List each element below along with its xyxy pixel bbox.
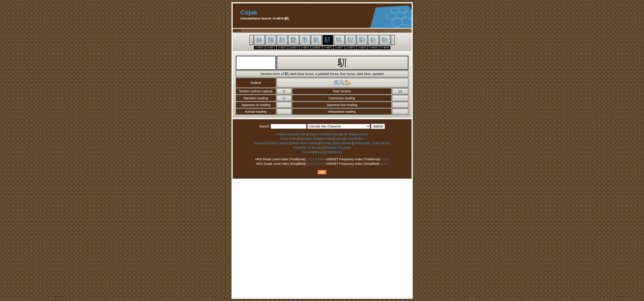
nav-prev-button[interactable]: ← — [250, 35, 254, 45]
total-strokes-label: Total Strokes — [292, 88, 392, 94]
main-character: 䭶 — [276, 56, 408, 70]
index-row-trad: HKS Grade Level Index (Traditional): 1 2… — [237, 157, 407, 162]
footer-link[interactable]: Preferences — [325, 150, 342, 154]
search-input[interactable] — [271, 124, 306, 129]
index-link[interactable]: 5 — [318, 162, 320, 166]
code-strip: 4B76 — [233, 28, 412, 33]
footer: Search: Unicode Hex Character Submit Uni… — [233, 119, 412, 179]
footer-link[interactable]: Female Given Names — [321, 141, 351, 145]
index-link[interactable]: 1 — [307, 158, 309, 161]
nav-code-label: U+4B72 — [277, 46, 288, 50]
index-link[interactable]: 4 — [315, 162, 317, 166]
mandarin-reading-label: Mandarin reading — [236, 95, 276, 101]
character-nav-strip: ← 䭰䭱䭲䭳䭴䭵䭶䭷䭸䭹䭺䭻 → U+4B70U+4B71U+4B72U+4B7… — [233, 33, 412, 51]
footer-link[interactable]: Unihan Radical Chart — [276, 132, 306, 136]
japanese-on-reading-value — [276, 102, 292, 108]
nav-char-U+4B74[interactable]: 䭴 — [300, 35, 310, 45]
cantonese-reading-label: Cantonese reading — [292, 95, 392, 101]
japanese-on-reading-label: Japanese on reading — [236, 102, 276, 108]
footer-link[interactable]: Mandarin Syllable Index — [299, 137, 332, 140]
search-type-select[interactable]: Unicode Hex Character — [307, 124, 370, 129]
submit-button[interactable]: Submit — [371, 124, 385, 129]
code-strip-text: 4B76 — [233, 28, 241, 32]
footer-link[interactable]: Unicode Conversion — [335, 137, 363, 140]
footer-link[interactable]: Ambigender Given Names — [354, 141, 390, 145]
mandarin-reading-value[interactable]: qí — [276, 95, 292, 101]
index-link[interactable]: 1 — [382, 158, 384, 161]
index-link[interactable]: 1 — [307, 162, 309, 166]
nav-code-label: U+4B74 — [300, 46, 310, 50]
cantonese-reading-value — [392, 95, 408, 101]
footer-link[interactable]: About — [314, 150, 323, 154]
page-container: Cojak Unicode/Hanzi Search: U+4B76 (䭶) 4… — [232, 2, 413, 299]
vietnamese-reading-value — [392, 108, 408, 115]
index-link[interactable]: 3 — [386, 162, 388, 166]
nav-char-U+4B71[interactable]: 䭱 — [265, 35, 276, 45]
nav-char-U+4B77[interactable]: 䭷 — [334, 35, 345, 45]
svg-marker-5 — [392, 18, 403, 27]
nav-code-label: U+4B7A — [368, 46, 379, 50]
nav-code-label: U+4B71 — [265, 46, 276, 50]
rss-badge[interactable]: RSS — [318, 170, 326, 174]
footer-link[interactable]: Random Character — [324, 146, 351, 150]
index-link[interactable]: 2 — [310, 158, 312, 161]
nav-code-label: U+4B73 — [288, 46, 299, 50]
index-link[interactable]: 3 — [387, 158, 389, 161]
nav-next-button[interactable]: → — [391, 35, 395, 45]
index-link[interactable]: 1 — [381, 162, 382, 166]
footer-link[interactable]: Form Index — [281, 137, 296, 140]
footer-link[interactable]: Surnames — [254, 141, 268, 145]
detail-panel: 䭶 (ancient form of 騏) dark-blue horse; a… — [233, 52, 412, 118]
link-row-5: Donate | About | Preferences — [237, 150, 407, 154]
link-row-2: Form Index | Mandarin Syllable Index | U… — [237, 137, 407, 141]
blank-image-box — [236, 56, 276, 70]
nav-code-label: U+4B76 — [322, 46, 333, 50]
nav-char-U+4B78[interactable]: 䭸 — [345, 35, 356, 45]
nav-code-row: U+4B70U+4B71U+4B72U+4B73U+4B74U+4B75U+4B… — [233, 46, 412, 50]
radical-label: Radical — [236, 78, 276, 88]
nav-char-U+4B73[interactable]: 䭳 — [288, 35, 299, 45]
index-link[interactable]: 4 — [315, 158, 317, 161]
search-label: Search: — [259, 124, 270, 128]
nav-char-U+4B7B[interactable]: 䭻 — [380, 35, 390, 45]
index-link[interactable]: 2 — [384, 158, 386, 161]
footer-link[interactable]: Kang Xi Radical Chart — [309, 132, 340, 136]
total-strokes-value: 13 — [392, 88, 408, 94]
link-row-4: Character of the Day | Random Character — [237, 146, 407, 150]
nav-code-label: U+4B75 — [311, 46, 322, 50]
radical-value[interactable]: 馬马🐎 — [276, 78, 408, 88]
nav-char-U+4B79[interactable]: 䭹 — [356, 35, 368, 45]
nav-code-label: U+4B70 — [254, 46, 265, 50]
link-row-1: Unihan Radical Chart | Kang Xi Radical C… — [237, 132, 407, 136]
strokes-without-radical-label: Strokes (without radical) — [236, 88, 276, 94]
index-link[interactable]: 2 — [310, 162, 312, 166]
definition: (ancient form of 騏) dark-blue horse; a p… — [236, 70, 408, 77]
nav-char-U+4B76[interactable]: 䭶 — [322, 35, 333, 45]
link-row-3: Surnames | Given Names | Male Given Name… — [237, 141, 407, 145]
search-form: Search: Unicode Hex Character Submit — [237, 124, 407, 129]
vietnamese-reading-label: Vietnamese reading — [292, 108, 392, 115]
nav-char-row: ← 䭰䭱䭲䭳䭴䭵䭶䭷䭸䭹䭺䭻 → — [233, 35, 412, 45]
nav-char-U+4B72[interactable]: 䭲 — [277, 35, 288, 45]
strokes-without-radical-value: 3 — [276, 88, 292, 94]
footer-link[interactable]: Character of the Day — [293, 146, 322, 150]
nav-code-label: U+4B7B — [380, 46, 390, 50]
korean-reading-label: Korean reading — [236, 108, 276, 115]
footer-link[interactable]: Donate — [302, 150, 312, 154]
index-link[interactable]: 2 — [384, 162, 385, 166]
korean-reading-value — [276, 108, 292, 115]
index-link[interactable]: 5 — [318, 158, 320, 161]
index-link[interactable]: 3 — [313, 158, 314, 161]
footer-link[interactable]: Given Names — [270, 141, 290, 145]
footer-link[interactable]: Male Given Names — [292, 141, 318, 145]
header: Cojak Unicode/Hanzi Search: U+4B76 (䭶) — [233, 3, 412, 28]
nav-char-U+4B7A[interactable]: 䭺 — [368, 35, 379, 45]
nav-char-U+4B70[interactable]: 䭰 — [254, 35, 265, 45]
index-row-simp: HKS Grade Level Index (Simplified): 1 2 … — [237, 162, 407, 166]
nav-code-label: U+4B79 — [356, 46, 368, 50]
footer-link[interactable]: CJK Radical Chart — [342, 132, 368, 136]
nav-code-label: U+4B77 — [334, 46, 345, 50]
nav-char-U+4B75[interactable]: 䭵 — [311, 35, 322, 45]
index-link[interactable]: 3 — [313, 162, 314, 166]
decorative-hex-graphic — [369, 6, 412, 28]
